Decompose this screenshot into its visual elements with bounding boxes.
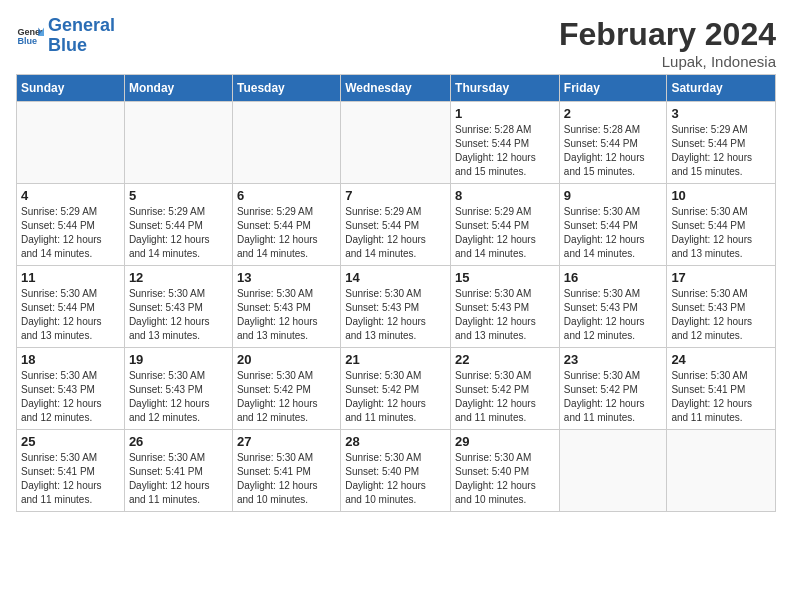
day-number: 19 [129,352,228,367]
calendar-day-cell: 4Sunrise: 5:29 AM Sunset: 5:44 PM Daylig… [17,184,125,266]
day-number: 5 [129,188,228,203]
calendar-day-cell: 5Sunrise: 5:29 AM Sunset: 5:44 PM Daylig… [124,184,232,266]
day-info: Sunrise: 5:29 AM Sunset: 5:44 PM Dayligh… [345,205,446,261]
weekday-header-cell: Tuesday [232,75,340,102]
day-number: 2 [564,106,663,121]
day-info: Sunrise: 5:30 AM Sunset: 5:42 PM Dayligh… [564,369,663,425]
logo-text: General Blue [48,16,115,56]
day-number: 7 [345,188,446,203]
calendar-day-cell: 25Sunrise: 5:30 AM Sunset: 5:41 PM Dayli… [17,430,125,512]
calendar-week-row: 11Sunrise: 5:30 AM Sunset: 5:44 PM Dayli… [17,266,776,348]
day-number: 23 [564,352,663,367]
calendar-week-row: 1Sunrise: 5:28 AM Sunset: 5:44 PM Daylig… [17,102,776,184]
day-number: 20 [237,352,336,367]
day-info: Sunrise: 5:30 AM Sunset: 5:44 PM Dayligh… [21,287,120,343]
calendar-day-cell: 14Sunrise: 5:30 AM Sunset: 5:43 PM Dayli… [341,266,451,348]
day-number: 18 [21,352,120,367]
day-number: 16 [564,270,663,285]
day-info: Sunrise: 5:30 AM Sunset: 5:43 PM Dayligh… [237,287,336,343]
day-info: Sunrise: 5:28 AM Sunset: 5:44 PM Dayligh… [455,123,555,179]
day-info: Sunrise: 5:30 AM Sunset: 5:43 PM Dayligh… [671,287,771,343]
day-number: 10 [671,188,771,203]
logo-icon: General Blue [16,22,44,50]
day-number: 12 [129,270,228,285]
day-number: 22 [455,352,555,367]
weekday-header-cell: Saturday [667,75,776,102]
calendar-day-cell: 10Sunrise: 5:30 AM Sunset: 5:44 PM Dayli… [667,184,776,266]
calendar-day-cell [667,430,776,512]
calendar-day-cell: 8Sunrise: 5:29 AM Sunset: 5:44 PM Daylig… [451,184,560,266]
day-number: 13 [237,270,336,285]
day-number: 4 [21,188,120,203]
weekday-header-cell: Sunday [17,75,125,102]
weekday-header-cell: Wednesday [341,75,451,102]
day-info: Sunrise: 5:30 AM Sunset: 5:43 PM Dayligh… [564,287,663,343]
calendar-day-cell: 19Sunrise: 5:30 AM Sunset: 5:43 PM Dayli… [124,348,232,430]
calendar-day-cell: 2Sunrise: 5:28 AM Sunset: 5:44 PM Daylig… [559,102,667,184]
day-number: 9 [564,188,663,203]
calendar-day-cell [17,102,125,184]
day-info: Sunrise: 5:30 AM Sunset: 5:41 PM Dayligh… [21,451,120,507]
day-info: Sunrise: 5:28 AM Sunset: 5:44 PM Dayligh… [564,123,663,179]
calendar-day-cell: 9Sunrise: 5:30 AM Sunset: 5:44 PM Daylig… [559,184,667,266]
calendar-day-cell: 13Sunrise: 5:30 AM Sunset: 5:43 PM Dayli… [232,266,340,348]
day-number: 28 [345,434,446,449]
calendar-day-cell [559,430,667,512]
calendar-table: SundayMondayTuesdayWednesdayThursdayFrid… [16,74,776,512]
calendar-day-cell: 16Sunrise: 5:30 AM Sunset: 5:43 PM Dayli… [559,266,667,348]
logo-blue: Blue [48,35,87,55]
day-info: Sunrise: 5:30 AM Sunset: 5:44 PM Dayligh… [671,205,771,261]
calendar-day-cell: 1Sunrise: 5:28 AM Sunset: 5:44 PM Daylig… [451,102,560,184]
calendar-day-cell: 3Sunrise: 5:29 AM Sunset: 5:44 PM Daylig… [667,102,776,184]
day-info: Sunrise: 5:29 AM Sunset: 5:44 PM Dayligh… [671,123,771,179]
day-number: 17 [671,270,771,285]
svg-text:Blue: Blue [17,36,37,46]
day-info: Sunrise: 5:30 AM Sunset: 5:41 PM Dayligh… [237,451,336,507]
calendar-week-row: 4Sunrise: 5:29 AM Sunset: 5:44 PM Daylig… [17,184,776,266]
day-info: Sunrise: 5:29 AM Sunset: 5:44 PM Dayligh… [129,205,228,261]
day-info: Sunrise: 5:30 AM Sunset: 5:41 PM Dayligh… [671,369,771,425]
day-info: Sunrise: 5:30 AM Sunset: 5:40 PM Dayligh… [455,451,555,507]
day-number: 14 [345,270,446,285]
day-number: 11 [21,270,120,285]
weekday-header-cell: Friday [559,75,667,102]
calendar-day-cell: 22Sunrise: 5:30 AM Sunset: 5:42 PM Dayli… [451,348,560,430]
day-number: 26 [129,434,228,449]
calendar-week-row: 18Sunrise: 5:30 AM Sunset: 5:43 PM Dayli… [17,348,776,430]
day-info: Sunrise: 5:29 AM Sunset: 5:44 PM Dayligh… [237,205,336,261]
calendar-day-cell: 24Sunrise: 5:30 AM Sunset: 5:41 PM Dayli… [667,348,776,430]
day-number: 25 [21,434,120,449]
calendar-day-cell [232,102,340,184]
calendar-day-cell: 29Sunrise: 5:30 AM Sunset: 5:40 PM Dayli… [451,430,560,512]
day-number: 24 [671,352,771,367]
day-info: Sunrise: 5:30 AM Sunset: 5:44 PM Dayligh… [564,205,663,261]
calendar-day-cell: 12Sunrise: 5:30 AM Sunset: 5:43 PM Dayli… [124,266,232,348]
calendar-day-cell: 17Sunrise: 5:30 AM Sunset: 5:43 PM Dayli… [667,266,776,348]
day-info: Sunrise: 5:30 AM Sunset: 5:42 PM Dayligh… [455,369,555,425]
weekday-header-cell: Thursday [451,75,560,102]
location: Lupak, Indonesia [559,53,776,70]
calendar-day-cell: 21Sunrise: 5:30 AM Sunset: 5:42 PM Dayli… [341,348,451,430]
day-info: Sunrise: 5:29 AM Sunset: 5:44 PM Dayligh… [21,205,120,261]
day-info: Sunrise: 5:30 AM Sunset: 5:40 PM Dayligh… [345,451,446,507]
calendar-day-cell [341,102,451,184]
day-number: 27 [237,434,336,449]
calendar-day-cell: 27Sunrise: 5:30 AM Sunset: 5:41 PM Dayli… [232,430,340,512]
month-year: February 2024 [559,16,776,53]
day-info: Sunrise: 5:30 AM Sunset: 5:43 PM Dayligh… [455,287,555,343]
calendar-day-cell: 28Sunrise: 5:30 AM Sunset: 5:40 PM Dayli… [341,430,451,512]
calendar-day-cell: 7Sunrise: 5:29 AM Sunset: 5:44 PM Daylig… [341,184,451,266]
day-number: 15 [455,270,555,285]
day-number: 6 [237,188,336,203]
calendar-day-cell: 26Sunrise: 5:30 AM Sunset: 5:41 PM Dayli… [124,430,232,512]
calendar-week-row: 25Sunrise: 5:30 AM Sunset: 5:41 PM Dayli… [17,430,776,512]
day-info: Sunrise: 5:30 AM Sunset: 5:43 PM Dayligh… [129,369,228,425]
weekday-header-cell: Monday [124,75,232,102]
calendar-day-cell: 15Sunrise: 5:30 AM Sunset: 5:43 PM Dayli… [451,266,560,348]
calendar-day-cell: 23Sunrise: 5:30 AM Sunset: 5:42 PM Dayli… [559,348,667,430]
day-info: Sunrise: 5:30 AM Sunset: 5:43 PM Dayligh… [21,369,120,425]
logo-general: General [48,15,115,35]
day-number: 3 [671,106,771,121]
logo: General Blue General Blue [16,16,115,56]
title-block: February 2024 Lupak, Indonesia [559,16,776,70]
